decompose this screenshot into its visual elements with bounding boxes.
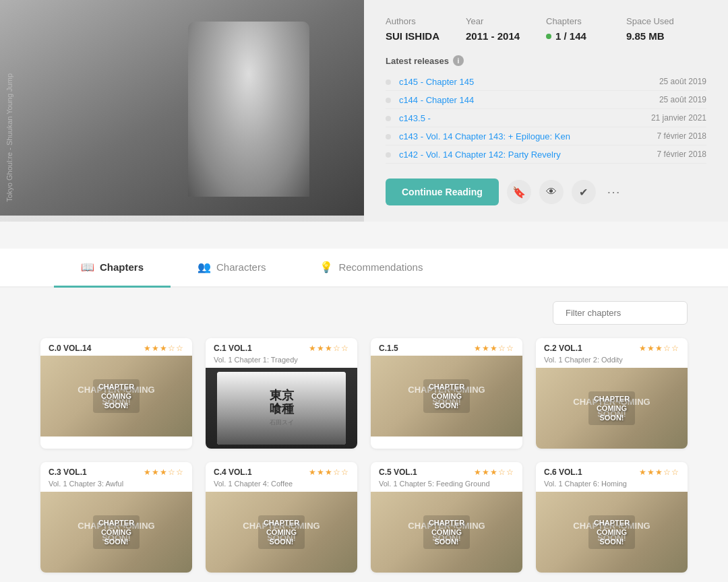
- release-item[interactable]: c144 - Chapter 144 25 août 2019: [386, 91, 706, 109]
- coming-soon-text: CHAPTERCOMINGSOON!: [423, 515, 470, 550]
- coming-soon-text: CHAPTERCOMINGSOON!: [93, 379, 140, 414]
- chapter-card[interactable]: C.6 VOL.1 ★★★☆☆ Vol. 1 Chapter 6: Homing…: [536, 462, 688, 573]
- chapter-thumb: CHAPTERCOMINGSOON!: [371, 492, 522, 573]
- chapter-stars: ★★★☆☆: [639, 467, 679, 477]
- release-item[interactable]: c143.5 - 21 janvier 2021: [386, 109, 706, 127]
- release-dot: [386, 116, 391, 121]
- release-link[interactable]: c145 - Chapter 145: [399, 77, 474, 87]
- authors-label: Authors: [386, 16, 466, 26]
- chapter-card[interactable]: C.4 VOL.1 ★★★☆☆ Vol. 1 Chapter 4: Coffee…: [206, 462, 357, 573]
- chapter-number: C.3 VOL.1: [49, 467, 87, 477]
- chapter-number: C.4 VOL.1: [214, 467, 252, 477]
- chapter-card-header: C.3 VOL.1 ★★★☆☆: [40, 462, 192, 480]
- space-value: 9.85 MB: [626, 30, 706, 42]
- meta-table: Authors SUI ISHIDA Year 2011 - 2014 Chap…: [386, 16, 706, 42]
- release-dot: [386, 98, 391, 103]
- hero-info-panel: Authors SUI ISHIDA Year 2011 - 2014 Chap…: [364, 0, 728, 222]
- tab-icon-chapters: 📖: [81, 261, 94, 273]
- tab-label-recommendations: Recommendations: [338, 261, 423, 273]
- chapter-card-header: C.1 VOL.1 ★★★☆☆: [206, 338, 357, 356]
- bookmark-button[interactable]: 🔖: [507, 180, 531, 204]
- hero-section: Tokyo Ghoul:re - Shuukan Young Jump Auth…: [0, 0, 728, 222]
- release-item[interactable]: c142 - Vol. 14 Chapter 142: Party Revelr…: [386, 146, 706, 164]
- chapter-card[interactable]: C.1.5 ★★★☆☆ CHAPTERCOMINGSOON!: [371, 338, 522, 449]
- chapter-number: C.2 VOL.1: [544, 344, 582, 353]
- check-button[interactable]: ✔: [572, 180, 596, 204]
- release-date: 7 février 2018: [657, 131, 706, 141]
- year-label: Year: [466, 16, 546, 26]
- manga-cover-image: Tokyo Ghoul:re - Shuukan Young Jump: [0, 0, 364, 216]
- release-link[interactable]: c143.5 -: [399, 113, 431, 123]
- more-options-button[interactable]: ⋯: [607, 184, 620, 200]
- tab-characters[interactable]: 👥Characters: [171, 249, 293, 288]
- filter-chapters-input[interactable]: [553, 301, 688, 325]
- chapter-card[interactable]: C.5 VOL.1 ★★★☆☆ Vol. 1 Chapter 5: Feedin…: [371, 462, 522, 573]
- tab-chapters[interactable]: 📖Chapters: [54, 249, 171, 288]
- chapter-thumb: CHAPTERCOMINGSOON!: [536, 492, 688, 573]
- chapters-label: Chapters: [546, 16, 626, 26]
- release-item[interactable]: c143 - Vol. 14 Chapter 143: + Epilogue: …: [386, 127, 706, 146]
- cover-watermark: Tokyo Ghoul:re - Shuukan Young Jump: [5, 73, 13, 202]
- chapter-number: C.5 VOL.1: [379, 467, 417, 477]
- continue-reading-button[interactable]: Continue Reading: [386, 179, 499, 205]
- release-link[interactable]: c143 - Vol. 14 Chapter 143: + Epilogue: …: [399, 131, 570, 141]
- filter-row: [40, 301, 688, 325]
- check-icon: ✔: [579, 186, 588, 199]
- tab-icon-recommendations: 💡: [320, 261, 333, 273]
- chapter-title: Vol. 1 Chapter 2: Oddity: [536, 356, 688, 368]
- release-date: 21 janvier 2021: [651, 113, 706, 123]
- authors-value: SUI ISHIDA: [386, 30, 466, 42]
- chapter-number: C.6 VOL.1: [544, 467, 582, 477]
- chapter-card[interactable]: C.1 VOL.1 ★★★☆☆ Vol. 1 Chapter 1: Traged…: [206, 338, 357, 449]
- chapter-card[interactable]: C.2 VOL.1 ★★★☆☆ Vol. 1 Chapter 2: Oddity…: [536, 338, 688, 449]
- chapter-title: Vol. 1 Chapter 4: Coffee: [206, 480, 357, 492]
- release-date: 25 août 2019: [659, 95, 706, 104]
- chapter-card[interactable]: C.0 VOL.14 ★★★☆☆ CHAPTERCOMINGSOON!: [40, 338, 192, 449]
- chapter-thumb: 東京喰種 石田スイ: [206, 368, 357, 449]
- chapter-card-header: C.1.5 ★★★☆☆: [371, 338, 522, 356]
- release-dot: [386, 152, 391, 158]
- space-label: Space Used: [626, 16, 706, 26]
- year-value: 2011 - 2014: [466, 30, 546, 42]
- year-col: Year 2011 - 2014: [466, 16, 546, 42]
- eye-icon: 👁: [546, 186, 557, 198]
- latest-releases-section: Latest releases i c145 - Chapter 145 25 …: [386, 55, 706, 164]
- coming-soon-text: CHAPTERCOMINGSOON!: [588, 391, 635, 426]
- chapters-grid: C.0 VOL.14 ★★★☆☆ CHAPTERCOMINGSOON! C.1 …: [40, 338, 688, 573]
- chapters-col: Chapters 1 / 144: [546, 16, 626, 42]
- chapter-stars: ★★★☆☆: [309, 467, 349, 477]
- tab-recommendations[interactable]: 💡Recommendations: [293, 249, 450, 288]
- chapter-thumb: CHAPTERCOMINGSOON!: [40, 492, 192, 573]
- chapter-number: C.1.5: [379, 344, 398, 353]
- coming-soon-text: CHAPTERCOMINGSOON!: [258, 515, 305, 550]
- chapters-dot: [546, 34, 551, 39]
- tab-label-chapters: Chapters: [100, 261, 144, 273]
- release-dot: [386, 79, 391, 85]
- chapter-card-header: C.0 VOL.14 ★★★☆☆: [40, 338, 192, 356]
- authors-col: Authors SUI ISHIDA: [386, 16, 466, 42]
- release-item[interactable]: c145 - Chapter 145 25 août 2019: [386, 73, 706, 91]
- space-col: Space Used 9.85 MB: [626, 16, 706, 42]
- chapter-title: Vol. 1 Chapter 1: Tragedy: [206, 356, 357, 368]
- release-link[interactable]: c144 - Chapter 144: [399, 95, 474, 105]
- coming-soon-text: CHAPTERCOMINGSOON!: [93, 515, 140, 550]
- chapter-stars: ★★★☆☆: [144, 344, 184, 353]
- chapter-stars: ★★★☆☆: [474, 467, 514, 477]
- chapter-stars: ★★★☆☆: [309, 344, 349, 353]
- chapter-thumb: CHAPTERCOMINGSOON!: [40, 356, 192, 437]
- action-row: Continue Reading 🔖 👁 ✔ ⋯: [386, 179, 706, 205]
- release-date: 25 août 2019: [659, 77, 706, 86]
- tab-icon-characters: 👥: [198, 261, 211, 273]
- manga-author: 石田スイ: [270, 418, 294, 427]
- chapter-title: Vol. 1 Chapter 6: Homing: [536, 480, 688, 492]
- chapter-title: Vol. 1 Chapter 5: Feeding Ground: [371, 480, 522, 492]
- info-icon: i: [453, 55, 464, 66]
- manga-title: 東京喰種: [270, 389, 294, 416]
- release-link[interactable]: c142 - Vol. 14 Chapter 142: Party Revelr…: [399, 150, 561, 160]
- chapter-thumb: CHAPTERCOMINGSOON!: [536, 368, 688, 449]
- release-dot: [386, 134, 391, 139]
- chapter-card-header: C.4 VOL.1 ★★★☆☆: [206, 462, 357, 480]
- visibility-button[interactable]: 👁: [539, 180, 564, 204]
- chapter-card[interactable]: C.3 VOL.1 ★★★☆☆ Vol. 1 Chapter 3: Awful …: [40, 462, 192, 573]
- chapter-stars: ★★★☆☆: [639, 344, 679, 353]
